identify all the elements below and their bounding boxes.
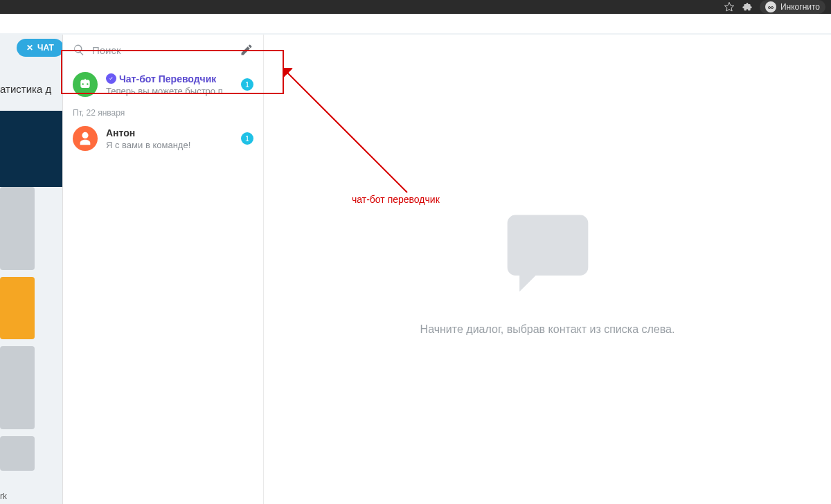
chat-item-title: Антон — [106, 127, 135, 138]
incognito-mask-icon — [765, 1, 776, 12]
chat-item-anton[interactable]: Антон Я с вами в команде! 1 — [63, 119, 263, 158]
bg-card — [0, 187, 35, 270]
chat-item-preview: Теперь вы можете быстро пере… — [106, 86, 233, 96]
bg-card — [0, 277, 35, 339]
compose-icon[interactable] — [240, 43, 253, 57]
unread-badge: 1 — [241, 132, 253, 145]
chat-pill-button[interactable]: ✕ ЧАТ — [17, 39, 64, 57]
empty-chat-icon — [499, 203, 596, 303]
chat-item-preview: Я с вами в команде! — [106, 140, 233, 150]
page-body: ✕ ЧАТ атистика д rk — [0, 14, 831, 504]
svg-point-1 — [771, 7, 773, 9]
bookmark-star-icon[interactable] — [724, 1, 735, 12]
svg-point-0 — [768, 7, 770, 9]
bg-card — [0, 346, 35, 429]
chat-item-bot-translator[interactable]: Чат-бот Переводчик Теперь вы можете быст… — [63, 65, 263, 104]
incognito-label: Инкогнито — [780, 2, 820, 12]
extensions-puzzle-icon[interactable] — [742, 1, 753, 12]
incognito-badge: Инкогнито — [760, 0, 825, 14]
search-row — [63, 35, 263, 65]
chat-main-empty: Начните диалог, выбрав контакт из списка… — [264, 35, 831, 504]
date-separator: Пт, 22 января — [63, 104, 263, 119]
person-avatar-icon — [73, 126, 98, 151]
unread-badge: 1 — [241, 78, 253, 91]
verified-badge-icon — [106, 73, 116, 84]
search-icon — [73, 44, 85, 56]
bot-avatar-icon — [73, 72, 98, 97]
browser-top-bar: Инкогнито — [0, 0, 831, 14]
chat-sidebar: Чат-бот Переводчик Теперь вы можете быст… — [63, 35, 264, 504]
chat-item-title: Чат-бот Переводчик — [119, 73, 216, 84]
search-input[interactable] — [92, 44, 233, 56]
bg-footer-text: rk — [0, 492, 7, 501]
empty-state-text: Начните диалог, выбрав контакт из списка… — [420, 323, 675, 336]
stats-heading: атистика д — [0, 83, 51, 95]
bg-card — [0, 436, 35, 471]
chat-pill-label: ЧАТ — [37, 43, 54, 53]
close-icon[interactable]: ✕ — [26, 43, 33, 53]
chat-window: Чат-бот Переводчик Теперь вы можете быст… — [62, 35, 831, 504]
